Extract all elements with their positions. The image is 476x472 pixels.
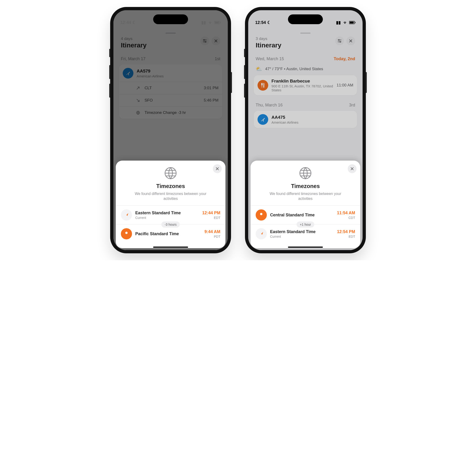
globe-icon: [164, 167, 177, 180]
close-icon: [215, 167, 219, 170]
phone-mockup-2: 12:54 ☾ ▮▮ 3 days Itinerary: [245, 7, 366, 253]
compass-arrow-icon: [256, 228, 267, 239]
home-indicator[interactable]: [153, 247, 188, 248]
timezones-modal: Timezones We found different timezones b…: [116, 161, 225, 248]
map-pin-icon: [121, 228, 132, 239]
tz-name: Pacific Standard Time: [135, 232, 201, 236]
compass-arrow-icon: [121, 209, 132, 220]
timezones-modal: Timezones We found different timezones b…: [251, 161, 360, 248]
modal-close-button[interactable]: [348, 164, 357, 173]
tz-name: Central Standard Time: [270, 213, 334, 218]
tz-abbr: PDT: [204, 235, 220, 238]
tz-delta-badge: -3 hours: [161, 221, 180, 228]
tz-current-label: Current: [135, 216, 199, 219]
close-icon: [350, 167, 354, 170]
modal-title: Timezones: [156, 183, 185, 189]
tz-delta-badge: +1 hour: [297, 221, 314, 228]
tz-abbr: CDT: [337, 216, 355, 219]
tz-time: 9:44 AM: [204, 229, 220, 234]
timezone-row[interactable]: +1 hour Eastern Standard Time Current 12…: [251, 224, 360, 243]
dynamic-island: [153, 14, 188, 24]
tz-name: Eastern Standard Time: [270, 229, 334, 234]
home-indicator[interactable]: [288, 247, 323, 248]
globe-icon: [299, 167, 312, 180]
phone-mockup-1: 12:44 ☾ ▮▮ 4 days Itinerary: [110, 7, 231, 253]
timezone-row[interactable]: -3 hours Pacific Standard Time 9:44 AM P…: [116, 224, 225, 243]
modal-title: Timezones: [291, 183, 320, 189]
tz-time: 11:54 AM: [337, 211, 355, 216]
tz-abbr: EDT: [202, 216, 220, 219]
modal-subtitle: We found different timezones between you…: [129, 191, 212, 201]
tz-current-label: Current: [270, 235, 334, 238]
svg-point-18: [260, 213, 262, 215]
dynamic-island: [288, 14, 323, 24]
tz-time: 12:44 PM: [202, 211, 220, 216]
tz-name: Eastern Standard Time: [135, 211, 199, 216]
modal-subtitle: We found different timezones between you…: [264, 191, 347, 201]
modal-close-button[interactable]: [213, 164, 222, 173]
svg-point-9: [125, 232, 128, 234]
tz-time: 12:54 PM: [337, 229, 355, 234]
map-pin-icon: [256, 209, 267, 220]
tz-abbr: EDT: [337, 235, 355, 238]
